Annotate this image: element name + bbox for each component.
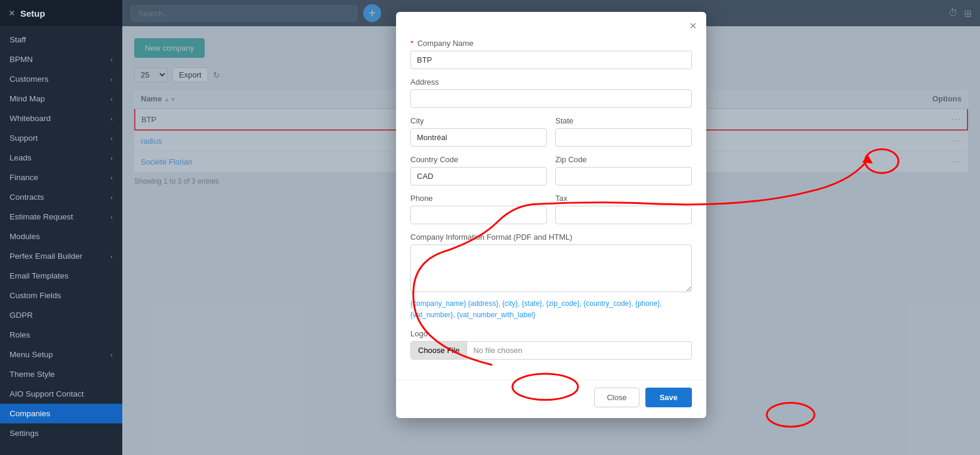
app-title: Setup — [20, 8, 45, 18]
chevron-left-icon: ‹ — [110, 194, 113, 201]
sidebar-item-label: Roles — [10, 330, 30, 339]
sidebar-item-leads[interactable]: Leads‹ — [0, 148, 122, 168]
company-name-input[interactable] — [410, 51, 692, 69]
sidebar-item-label: Estimate Request — [10, 212, 73, 221]
close-icon[interactable]: ✕ — [8, 8, 16, 18]
address-input[interactable] — [410, 89, 692, 108]
sidebar-item-roles[interactable]: Roles — [0, 325, 122, 345]
country-code-label: Country Code — [410, 155, 547, 164]
close-modal-button[interactable]: Close — [594, 388, 639, 407]
phone-group: Phone — [410, 194, 547, 224]
chevron-left-icon: ‹ — [110, 213, 113, 221]
sidebar-item-label: Leads — [10, 153, 32, 162]
chevron-left-icon: ‹ — [110, 95, 113, 103]
main-area: + ⏱ ⊞ New company 25 50 100 Export ↻ Nam… — [122, 0, 980, 455]
sidebar-item-support[interactable]: Support‹ — [0, 128, 122, 148]
address-group: Address — [410, 78, 692, 108]
sidebar-item-label: Staff — [10, 35, 26, 44]
sidebar-item-gdpr[interactable]: GDPR — [0, 305, 122, 325]
modal-header: × — [396, 12, 706, 33]
sidebar-item-modules[interactable]: Modules — [0, 227, 122, 246]
country-code-input[interactable] — [410, 167, 547, 185]
sidebar-item-label: Perfex Email Builder — [10, 252, 82, 261]
chevron-left-icon: ‹ — [110, 135, 113, 142]
sidebar-item-label: BPMN — [10, 55, 33, 64]
state-group: State — [555, 116, 692, 147]
chevron-left-icon: ‹ — [110, 76, 113, 83]
state-input[interactable] — [555, 128, 692, 147]
sidebar: ✕ Setup StaffBPMN‹Customers‹Mind Map‹Whi… — [0, 0, 122, 455]
modal-body: * Company Name Address City — [396, 33, 706, 380]
zip-code-label: Zip Code — [555, 155, 692, 164]
sidebar-item-aio-support-contact[interactable]: AIO Support Contact — [0, 384, 122, 404]
sidebar-item-bpmn[interactable]: BPMN‹ — [0, 49, 122, 69]
file-input-wrapper: Choose File No file chosen — [410, 341, 692, 360]
sidebar-item-custom-fields[interactable]: Custom Fields — [0, 286, 122, 305]
sidebar-item-label: Support — [10, 134, 38, 143]
save-button[interactable]: Save — [645, 388, 692, 407]
phone-tax-row: Phone Tax — [410, 194, 692, 233]
sidebar-item-customers[interactable]: Customers‹ — [0, 69, 122, 89]
sidebar-item-label: AIO Support Contact — [10, 389, 84, 398]
sidebar-item-mind-map[interactable]: Mind Map‹ — [0, 89, 122, 109]
svg-point-3 — [766, 403, 814, 427]
sidebar-item-contracts[interactable]: Contracts‹ — [0, 187, 122, 207]
svg-point-0 — [865, 149, 898, 173]
format-hints: {company_name} {address}, {city}, {state… — [410, 298, 692, 321]
chevron-left-icon: ‹ — [110, 115, 113, 122]
country-zip-row: Country Code Zip Code — [410, 155, 692, 194]
required-marker: * — [410, 39, 413, 48]
chevron-left-icon: ‹ — [110, 154, 113, 162]
sidebar-item-finance[interactable]: Finance‹ — [0, 168, 122, 187]
city-label: City — [410, 116, 547, 125]
modal-close-button[interactable]: × — [690, 19, 697, 33]
city-state-row: City State — [410, 116, 692, 155]
sidebar-item-label: Theme Style — [10, 370, 55, 379]
sidebar-nav: StaffBPMN‹Customers‹Mind Map‹Whiteboard‹… — [0, 26, 122, 455]
sidebar-item-label: Contracts — [10, 193, 44, 202]
sidebar-item-staff[interactable]: Staff — [0, 30, 122, 49]
sidebar-item-label: Finance — [10, 173, 38, 182]
sidebar-item-label: Customers — [10, 75, 48, 83]
sidebar-item-label: Settings — [10, 429, 39, 438]
sidebar-item-email-templates[interactable]: Email Templates — [0, 266, 122, 286]
sidebar-item-whiteboard[interactable]: Whiteboard‹ — [0, 109, 122, 128]
sidebar-item-label: Mind Map — [10, 94, 45, 103]
sidebar-item-label: GDPR — [10, 311, 33, 320]
modal-dialog: × * Company Name Address — [396, 12, 706, 418]
sidebar-item-label: Custom Fields — [10, 291, 61, 300]
sidebar-item-companies[interactable]: Companies — [0, 404, 122, 423]
sidebar-item-label: Email Templates — [10, 271, 69, 280]
chevron-left-icon: ‹ — [110, 174, 113, 181]
sidebar-item-estimate-request[interactable]: Estimate Request‹ — [0, 207, 122, 227]
zip-code-input[interactable] — [555, 167, 692, 185]
sidebar-item-label: Modules — [10, 232, 40, 241]
sidebar-item-menu-setup[interactable]: Menu Setup‹ — [0, 345, 122, 364]
svg-marker-1 — [862, 155, 873, 163]
tax-input[interactable] — [555, 206, 692, 224]
company-name-label: * Company Name — [410, 39, 692, 48]
choose-file-button[interactable]: Choose File — [411, 342, 467, 359]
phone-input[interactable] — [410, 206, 547, 224]
country-code-group: Country Code — [410, 155, 547, 185]
chevron-left-icon: ‹ — [110, 351, 113, 358]
phone-label: Phone — [410, 194, 547, 203]
sidebar-item-settings[interactable]: Settings — [0, 423, 122, 443]
modal-overlay: × * Company Name Address — [122, 0, 980, 455]
company-info-textarea[interactable] — [410, 244, 692, 292]
zip-code-group: Zip Code — [555, 155, 692, 185]
company-name-group: * Company Name — [410, 39, 692, 69]
chevron-left-icon: ‹ — [110, 253, 113, 260]
logo-group: Logo Choose File No file chosen — [410, 329, 692, 360]
sidebar-item-perfex-email-builder[interactable]: Perfex Email Builder‹ — [0, 246, 122, 266]
sidebar-item-label: Whiteboard — [10, 114, 51, 123]
logo-label: Logo — [410, 329, 692, 338]
sidebar-item-label: Companies — [10, 409, 50, 418]
city-input[interactable] — [410, 128, 547, 147]
chevron-left-icon: ‹ — [110, 56, 113, 63]
tax-label: Tax — [555, 194, 692, 203]
sidebar-item-theme-style[interactable]: Theme Style — [0, 364, 122, 384]
city-group: City — [410, 116, 547, 147]
modal-footer: Close Save — [396, 380, 706, 418]
file-name-display: No file chosen — [467, 342, 691, 359]
